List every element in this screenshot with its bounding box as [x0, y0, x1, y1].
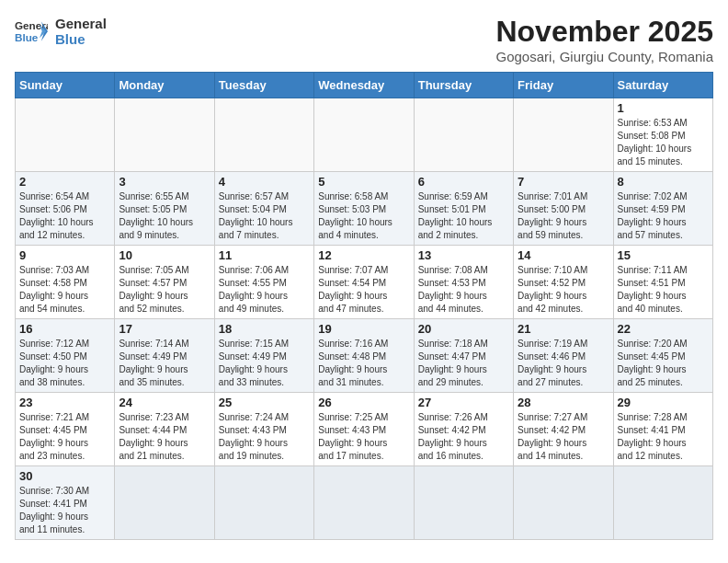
day-info: Sunrise: 7:21 AM Sunset: 4:45 PM Dayligh…	[19, 411, 110, 463]
day-number: 7	[518, 175, 609, 189]
calendar-day-cell	[414, 98, 513, 172]
title-section: November 2025 Gogosari, Giurgiu County, …	[495, 15, 713, 64]
logo-blue-text: Blue	[55, 31, 107, 47]
day-info: Sunrise: 6:53 AM Sunset: 5:08 PM Dayligh…	[618, 117, 709, 168]
day-info: Sunrise: 6:55 AM Sunset: 5:05 PM Dayligh…	[119, 190, 210, 242]
calendar-day-cell: 13Sunrise: 7:08 AM Sunset: 4:53 PM Dayli…	[414, 246, 513, 319]
calendar-day-cell: 28Sunrise: 7:27 AM Sunset: 4:42 PM Dayli…	[514, 393, 613, 466]
weekday-header: Saturday	[613, 73, 712, 98]
day-number: 23	[19, 396, 110, 409]
calendar-day-cell	[314, 466, 414, 540]
day-info: Sunrise: 7:02 AM Sunset: 4:59 PM Dayligh…	[618, 190, 709, 242]
calendar-week-row: 1Sunrise: 6:53 AM Sunset: 5:08 PM Daylig…	[16, 98, 713, 172]
day-number: 22	[618, 322, 709, 336]
day-number: 8	[618, 175, 709, 189]
calendar-day-cell: 22Sunrise: 7:20 AM Sunset: 4:45 PM Dayli…	[613, 319, 712, 393]
day-info: Sunrise: 7:08 AM Sunset: 4:53 PM Dayligh…	[418, 264, 509, 316]
month-title: November 2025	[495, 15, 713, 49]
day-info: Sunrise: 7:07 AM Sunset: 4:54 PM Dayligh…	[318, 264, 409, 316]
day-number: 17	[119, 322, 210, 336]
calendar-day-cell: 8Sunrise: 7:02 AM Sunset: 4:59 PM Daylig…	[613, 172, 712, 246]
day-info: Sunrise: 6:54 AM Sunset: 5:06 PM Dayligh…	[19, 190, 110, 242]
calendar-day-cell: 6Sunrise: 6:59 AM Sunset: 5:01 PM Daylig…	[414, 172, 513, 246]
day-info: Sunrise: 7:27 AM Sunset: 4:42 PM Dayligh…	[518, 411, 609, 463]
page-header: General Blue General Blue November 2025 …	[15, 15, 713, 64]
day-info: Sunrise: 7:24 AM Sunset: 4:43 PM Dayligh…	[219, 411, 310, 463]
day-info: Sunrise: 7:20 AM Sunset: 4:45 PM Dayligh…	[618, 338, 709, 389]
day-number: 12	[318, 248, 409, 262]
day-number: 2	[19, 175, 110, 189]
day-info: Sunrise: 6:57 AM Sunset: 5:04 PM Dayligh…	[219, 190, 310, 242]
calendar-day-cell	[16, 98, 115, 172]
calendar-day-cell: 4Sunrise: 6:57 AM Sunset: 5:04 PM Daylig…	[214, 172, 313, 246]
day-number: 1	[618, 101, 709, 115]
calendar-day-cell: 9Sunrise: 7:03 AM Sunset: 4:58 PM Daylig…	[16, 246, 115, 319]
day-info: Sunrise: 7:16 AM Sunset: 4:48 PM Dayligh…	[318, 338, 409, 389]
day-info: Sunrise: 7:06 AM Sunset: 4:55 PM Dayligh…	[219, 264, 310, 316]
day-number: 27	[418, 396, 509, 409]
calendar-day-cell: 3Sunrise: 6:55 AM Sunset: 5:05 PM Daylig…	[115, 172, 214, 246]
day-number: 28	[518, 396, 609, 409]
calendar-week-row: 9Sunrise: 7:03 AM Sunset: 4:58 PM Daylig…	[16, 246, 713, 319]
calendar-day-cell	[514, 98, 613, 172]
day-number: 15	[618, 248, 709, 262]
calendar-day-cell: 7Sunrise: 7:01 AM Sunset: 5:00 PM Daylig…	[514, 172, 613, 246]
calendar-day-cell: 16Sunrise: 7:12 AM Sunset: 4:50 PM Dayli…	[16, 319, 115, 393]
calendar-day-cell: 20Sunrise: 7:18 AM Sunset: 4:47 PM Dayli…	[414, 319, 513, 393]
day-number: 3	[119, 175, 210, 189]
calendar-day-cell: 5Sunrise: 6:58 AM Sunset: 5:03 PM Daylig…	[314, 172, 414, 246]
day-info: Sunrise: 7:18 AM Sunset: 4:47 PM Dayligh…	[418, 338, 509, 389]
day-info: Sunrise: 7:10 AM Sunset: 4:52 PM Dayligh…	[518, 264, 609, 316]
calendar-day-cell: 15Sunrise: 7:11 AM Sunset: 4:51 PM Dayli…	[613, 246, 712, 319]
calendar-week-row: 30Sunrise: 7:30 AM Sunset: 4:41 PM Dayli…	[16, 466, 713, 540]
calendar-week-row: 2Sunrise: 6:54 AM Sunset: 5:06 PM Daylig…	[16, 172, 713, 246]
calendar-day-cell: 12Sunrise: 7:07 AM Sunset: 4:54 PM Dayli…	[314, 246, 414, 319]
weekday-header: Tuesday	[214, 73, 313, 98]
day-number: 14	[518, 248, 609, 262]
day-number: 6	[418, 175, 509, 189]
calendar-day-cell	[514, 466, 613, 540]
day-info: Sunrise: 7:15 AM Sunset: 4:49 PM Dayligh…	[219, 338, 310, 389]
day-number: 26	[318, 396, 409, 409]
calendar-day-cell	[214, 98, 313, 172]
day-number: 24	[119, 396, 210, 409]
day-info: Sunrise: 7:01 AM Sunset: 5:00 PM Dayligh…	[518, 190, 609, 242]
day-number: 29	[618, 396, 709, 409]
calendar-day-cell: 1Sunrise: 6:53 AM Sunset: 5:08 PM Daylig…	[613, 98, 712, 172]
calendar-day-cell: 25Sunrise: 7:24 AM Sunset: 4:43 PM Dayli…	[214, 393, 313, 466]
calendar-week-row: 16Sunrise: 7:12 AM Sunset: 4:50 PM Dayli…	[16, 319, 713, 393]
calendar-day-cell: 10Sunrise: 7:05 AM Sunset: 4:57 PM Dayli…	[115, 246, 214, 319]
day-info: Sunrise: 7:19 AM Sunset: 4:46 PM Dayligh…	[518, 338, 609, 389]
day-info: Sunrise: 7:30 AM Sunset: 4:41 PM Dayligh…	[19, 485, 110, 536]
day-info: Sunrise: 7:03 AM Sunset: 4:58 PM Dayligh…	[19, 264, 110, 316]
day-number: 11	[219, 248, 310, 262]
calendar-day-cell: 18Sunrise: 7:15 AM Sunset: 4:49 PM Dayli…	[214, 319, 313, 393]
calendar-day-cell	[115, 98, 214, 172]
calendar-day-cell: 26Sunrise: 7:25 AM Sunset: 4:43 PM Dayli…	[314, 393, 414, 466]
logo: General Blue General Blue	[15, 15, 107, 48]
logo-general-text: General	[55, 16, 107, 31]
day-info: Sunrise: 7:14 AM Sunset: 4:49 PM Dayligh…	[119, 338, 210, 389]
weekday-header: Sunday	[16, 73, 115, 98]
day-number: 4	[219, 175, 310, 189]
day-number: 16	[19, 322, 110, 336]
weekday-header-row: SundayMondayTuesdayWednesdayThursdayFrid…	[16, 73, 713, 98]
location-subtitle: Gogosari, Giurgiu County, Romania	[495, 49, 713, 64]
day-info: Sunrise: 7:26 AM Sunset: 4:42 PM Dayligh…	[418, 411, 509, 463]
day-info: Sunrise: 7:25 AM Sunset: 4:43 PM Dayligh…	[318, 411, 409, 463]
day-info: Sunrise: 7:12 AM Sunset: 4:50 PM Dayligh…	[19, 338, 110, 389]
day-number: 19	[318, 322, 409, 336]
day-number: 10	[119, 248, 210, 262]
calendar-day-cell	[115, 466, 214, 540]
day-number: 20	[418, 322, 509, 336]
day-info: Sunrise: 7:28 AM Sunset: 4:41 PM Dayligh…	[618, 411, 709, 463]
logo-icon: General Blue	[15, 15, 48, 48]
weekday-header: Friday	[514, 73, 613, 98]
day-info: Sunrise: 6:58 AM Sunset: 5:03 PM Dayligh…	[318, 190, 409, 242]
svg-text:Blue: Blue	[15, 31, 39, 43]
calendar-day-cell: 24Sunrise: 7:23 AM Sunset: 4:44 PM Dayli…	[115, 393, 214, 466]
calendar-day-cell	[414, 466, 513, 540]
calendar-day-cell	[613, 466, 712, 540]
day-number: 5	[318, 175, 409, 189]
calendar-day-cell: 19Sunrise: 7:16 AM Sunset: 4:48 PM Dayli…	[314, 319, 414, 393]
